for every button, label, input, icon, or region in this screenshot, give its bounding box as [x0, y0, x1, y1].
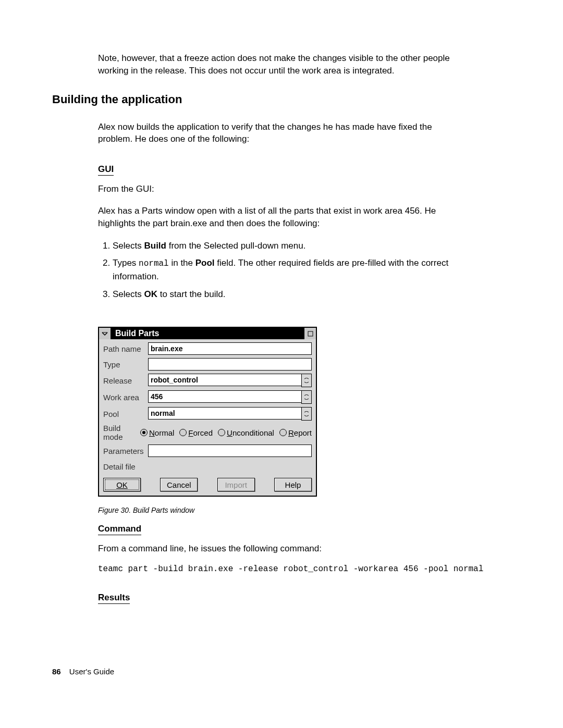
work-area-dropdown-icon[interactable]: [301, 390, 312, 404]
path-name-input[interactable]: brain.exe: [148, 342, 312, 355]
step-1-pre: Selects: [113, 241, 144, 251]
pool-label: Pool: [103, 410, 148, 418]
radio-report-icon: [279, 429, 287, 436]
radio-unconditional[interactable]: Unconditional: [218, 428, 274, 437]
section-heading: Building the application: [52, 93, 511, 106]
step-2-mid: in the: [169, 258, 195, 268]
radio-normal-label: Normal: [149, 428, 174, 437]
release-dropdown-icon[interactable]: [301, 374, 312, 387]
step-1: Selects Build from the Selected pull-dow…: [113, 239, 467, 253]
import-button[interactable]: Import: [217, 478, 255, 491]
dialog-titlebar: Build Parts: [99, 328, 316, 339]
build-mode-label: Build mode: [103, 424, 140, 441]
step-1-post: from the Selected pull-down menu.: [166, 241, 305, 251]
step-2: Types normal in the Pool field. The othe…: [113, 256, 467, 283]
step-3: Selects OK to start the build.: [113, 288, 467, 301]
step-2-pre: Types: [113, 258, 139, 268]
intro-paragraph: Note, however, that a freeze action does…: [98, 52, 463, 77]
step-2-code: normal: [139, 259, 169, 268]
gui-intro: Alex has a Parts window open with a list…: [98, 205, 463, 230]
command-subheading: Command: [98, 524, 141, 535]
release-label: Release: [103, 376, 148, 385]
work-area-label: Work area: [103, 393, 148, 402]
help-button[interactable]: Help: [274, 478, 312, 491]
work-area-input[interactable]: 456: [148, 390, 301, 403]
type-label: Type: [103, 360, 148, 369]
path-name-label: Path name: [103, 344, 148, 353]
svg-rect-1: [308, 331, 313, 336]
radio-unconditional-label: Unconditional: [227, 428, 274, 437]
ok-button-label: OK: [116, 480, 128, 489]
dialog-title: Build Parts: [111, 328, 304, 339]
cancel-button[interactable]: Cancel: [160, 478, 198, 491]
system-menu-icon[interactable]: [99, 328, 111, 339]
radio-unconditional-icon: [218, 429, 225, 436]
step-3-post: to start the build.: [157, 289, 225, 299]
pool-dropdown-icon[interactable]: [301, 407, 312, 421]
page-footer: 86 User's Guide: [52, 667, 114, 676]
radio-forced[interactable]: Forced: [179, 428, 213, 437]
maximize-icon[interactable]: [304, 328, 316, 339]
command-intro: From a command line, he issues the follo…: [98, 542, 463, 555]
radio-report[interactable]: Report: [279, 428, 312, 437]
step-1-bold: Build: [144, 241, 166, 251]
step-3-pre: Selects: [113, 289, 144, 299]
radio-normal[interactable]: Normal: [140, 428, 174, 437]
steps-list: Selects Build from the Selected pull-dow…: [98, 239, 467, 301]
pool-input[interactable]: normal: [148, 407, 301, 419]
radio-forced-icon: [179, 429, 187, 436]
build-mode-group: Normal Forced Unconditional Report: [140, 428, 312, 437]
doc-title: User's Guide: [69, 667, 114, 676]
radio-report-label: Report: [288, 428, 312, 437]
gui-from: From the GUI:: [98, 183, 463, 195]
para-1: Alex now builds the application to verif…: [98, 121, 463, 146]
radio-normal-icon: [140, 429, 148, 436]
detail-file-label: Detail file: [103, 462, 148, 471]
release-input[interactable]: robot_control: [148, 374, 301, 386]
gui-subheading: GUI: [98, 164, 114, 176]
build-parts-dialog: Build Parts Path name brain.exe Type Rel…: [98, 327, 317, 497]
type-input[interactable]: [148, 358, 312, 371]
step-3-bold: OK: [144, 289, 157, 299]
ok-button[interactable]: OK: [103, 478, 141, 491]
radio-forced-label: Forced: [188, 428, 213, 437]
parameters-input[interactable]: [148, 445, 312, 457]
parameters-label: Parameters: [103, 447, 148, 455]
figure-caption: Figure 30. Build Parts window: [98, 506, 511, 514]
command-line: teamc part -build brain.exe -release rob…: [98, 564, 511, 574]
step-2-bold: Pool: [195, 258, 215, 268]
results-subheading: Results: [98, 593, 130, 604]
page-number: 86: [52, 667, 61, 676]
